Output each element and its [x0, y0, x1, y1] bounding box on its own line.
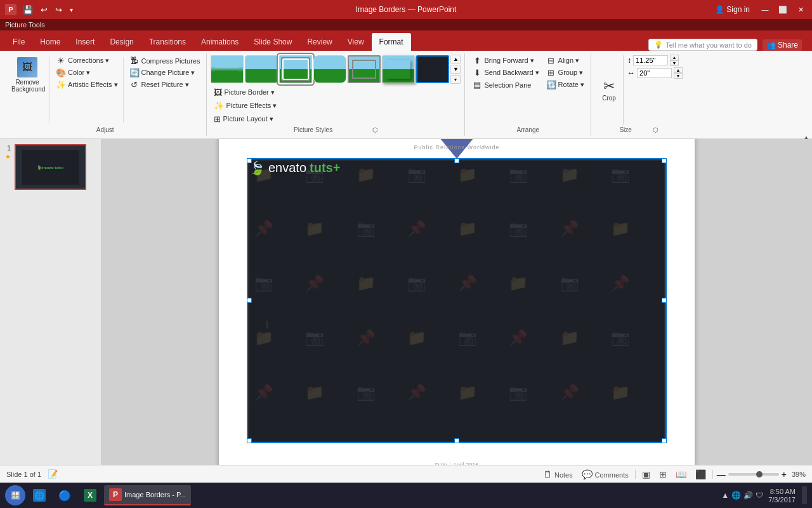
- handle-mr[interactable]: [662, 298, 667, 303]
- sign-in-btn[interactable]: 👤 Sign in: [711, 4, 754, 15]
- taskbar-excel[interactable]: X: [79, 485, 102, 505]
- undo-btn[interactable]: ↩: [38, 4, 50, 16]
- gallery-more[interactable]: ▾: [450, 75, 461, 84]
- selected-image[interactable]: 📁📷📁📷📁📷📁📷 📌📁📷📌📁📷📌📁 📷📌📁📷📌📁📷📌 📁📷📌📁📷📌📁📷 📌📁📷📌…: [247, 159, 666, 443]
- redo-btn[interactable]: ↪: [53, 4, 65, 16]
- comments-btn[interactable]: 💬 Comments: [579, 468, 631, 481]
- height-input[interactable]: [633, 55, 668, 65]
- picture-styles-expand[interactable]: ⬡: [372, 126, 378, 133]
- width-input[interactable]: [637, 68, 672, 78]
- handle-br[interactable]: [662, 438, 667, 443]
- share-button[interactable]: 👥 Share: [763, 39, 802, 51]
- tab-transitions[interactable]: Transitions: [141, 33, 193, 51]
- artistic-effects-button[interactable]: ✨ Artistic Effects ▾: [53, 79, 121, 91]
- tray-volume[interactable]: 🔊: [743, 491, 753, 500]
- slide-notes-icon[interactable]: 📝: [48, 469, 58, 479]
- close-btn[interactable]: ✕: [794, 3, 807, 16]
- normal-view-btn[interactable]: ▣: [639, 468, 653, 481]
- picture-border-button[interactable]: 🖼 Picture Border ▾: [211, 86, 280, 98]
- slide-thumbnail[interactable]: 🍃envato tuts+: [15, 144, 86, 190]
- zoom-thumb: [756, 471, 763, 478]
- tab-format[interactable]: Format: [372, 33, 411, 51]
- style-gallery: [211, 55, 449, 83]
- compress-pictures-button[interactable]: 🗜 Compress Pictures: [126, 55, 203, 67]
- time-display: 8:50 AM: [770, 488, 796, 495]
- corrections-button[interactable]: ☀ Corrections ▾: [53, 55, 121, 67]
- save-btn[interactable]: 💾: [20, 4, 36, 16]
- style-thumb-5[interactable]: [348, 55, 381, 83]
- show-desktop-btn[interactable]: [802, 486, 807, 504]
- reset-picture-button[interactable]: ↺ Reset Picture ▾: [126, 79, 203, 91]
- color-label: Color ▾: [68, 69, 90, 77]
- style-thumb-1[interactable]: [211, 55, 244, 83]
- picture-effects-button[interactable]: ✨ Picture Effects ▾: [211, 100, 280, 112]
- gallery-down[interactable]: ▼: [450, 65, 461, 74]
- width-spin-down[interactable]: ▼: [674, 73, 683, 79]
- tab-slideshow[interactable]: Slide Show: [246, 33, 299, 51]
- style-thumb-6[interactable]: [382, 55, 415, 83]
- selection-pane-label: Selection Pane: [484, 81, 531, 89]
- present-btn[interactable]: ⬛: [693, 468, 709, 481]
- style-thumb-2[interactable]: [245, 55, 278, 83]
- status-right: 🗒 Notes 💬 Comments ▣ ⊞ 📖 ⬛ — + 39%: [540, 468, 806, 481]
- handle-ml[interactable]: [247, 298, 252, 303]
- style-thumb-4[interactable]: [313, 55, 346, 83]
- slide-sorter-btn[interactable]: ⊞: [657, 468, 669, 481]
- taskbar-powerpoint[interactable]: P Image Borders - P...: [104, 485, 191, 505]
- clock[interactable]: 8:50 AM 7/3/2017: [768, 488, 796, 504]
- crop-button[interactable]: ✂ Crop: [595, 55, 624, 125]
- customize-btn[interactable]: ▾: [67, 5, 75, 15]
- handle-bc[interactable]: [454, 438, 459, 443]
- style-thumb-7[interactable]: [416, 55, 449, 83]
- color-button[interactable]: 🎨 Color ▾: [53, 67, 121, 79]
- bg-icons: 📁📷📁📷📁📷📁📷 📌📁📷📌📁📷📌📁 📷📌📁📷📌📁📷📌 📁📷📌📁📷📌📁📷 📌📁📷📌…: [249, 161, 664, 441]
- taskbar-chrome[interactable]: 🔵: [53, 485, 76, 505]
- tab-design[interactable]: Design: [102, 33, 141, 51]
- bring-forward-button[interactable]: ⬆ Bring Forward ▾: [469, 55, 541, 67]
- selection-pane-button[interactable]: ▤ Selection Pane: [469, 79, 541, 91]
- align-button[interactable]: ⊟ Align ▾: [543, 55, 587, 67]
- tray-arrow[interactable]: ▲: [721, 491, 729, 500]
- quick-access-toolbar: 💾 ↩ ↪ ▾: [20, 4, 75, 16]
- height-spin-down[interactable]: ▼: [670, 60, 679, 66]
- slide-canvas[interactable]: Public Relations Worldwide 📁📷📁📷📁📷📁📷 📌📁📷📌…: [219, 139, 695, 465]
- restore-btn[interactable]: ⬜: [776, 3, 789, 16]
- start-button[interactable]: 🪟: [5, 485, 25, 505]
- taskbar-ie[interactable]: 🌐: [28, 485, 51, 505]
- change-picture-button[interactable]: 🔄 Change Picture ▾: [126, 67, 203, 79]
- tray-network[interactable]: 🌐: [731, 491, 741, 500]
- tab-review[interactable]: Review: [299, 33, 339, 51]
- sign-in-label: Sign in: [726, 5, 750, 14]
- zoom-track[interactable]: [728, 473, 779, 476]
- remove-background-button[interactable]: 🖼 Remove Background: [8, 55, 47, 95]
- width-spin-up[interactable]: ▲: [674, 67, 683, 73]
- tab-insert[interactable]: Insert: [68, 33, 102, 51]
- gallery-up[interactable]: ▲: [450, 55, 461, 64]
- share-icon: 👥: [766, 41, 776, 50]
- size-expand[interactable]: ⬡: [653, 126, 658, 133]
- zoom-out-btn[interactable]: —: [717, 469, 726, 479]
- tab-view[interactable]: View: [340, 33, 372, 51]
- send-backward-label: Send Backward ▾: [484, 69, 539, 77]
- picture-layout-button[interactable]: ⊞ Picture Layout ▾: [211, 113, 280, 125]
- slide-star: ★: [5, 153, 11, 160]
- style-thumb-3[interactable]: [279, 55, 312, 83]
- reading-view-btn[interactable]: 📖: [673, 468, 689, 481]
- zoom-in-btn[interactable]: +: [782, 469, 787, 479]
- notes-btn[interactable]: 🗒 Notes: [540, 468, 575, 481]
- group-button[interactable]: ⊞ Group ▾: [543, 67, 587, 79]
- picture-border-label: Picture Border ▾: [224, 88, 274, 97]
- height-row: ↕ ▲ ▼: [627, 55, 683, 66]
- tell-me-box[interactable]: 💡 Tell me what you want to do: [648, 39, 757, 51]
- handle-bl[interactable]: [247, 438, 252, 443]
- height-spin-up[interactable]: ▲: [670, 55, 679, 60]
- adjust-group-inner: 🖼 Remove Background ☀ Corrections ▾ 🎨 Co…: [8, 55, 202, 125]
- tray-shield[interactable]: 🛡: [756, 491, 763, 500]
- tab-home[interactable]: Home: [32, 33, 68, 51]
- tab-file[interactable]: File: [5, 33, 32, 51]
- send-backward-button[interactable]: ⬇ Send Backward ▾: [469, 67, 541, 79]
- change-picture-label: Change Picture ▾: [141, 69, 195, 77]
- minimize-btn[interactable]: —: [759, 3, 771, 16]
- tab-animations[interactable]: Animations: [193, 33, 246, 51]
- rotate-button[interactable]: 🔃 Rotate ▾: [543, 79, 587, 91]
